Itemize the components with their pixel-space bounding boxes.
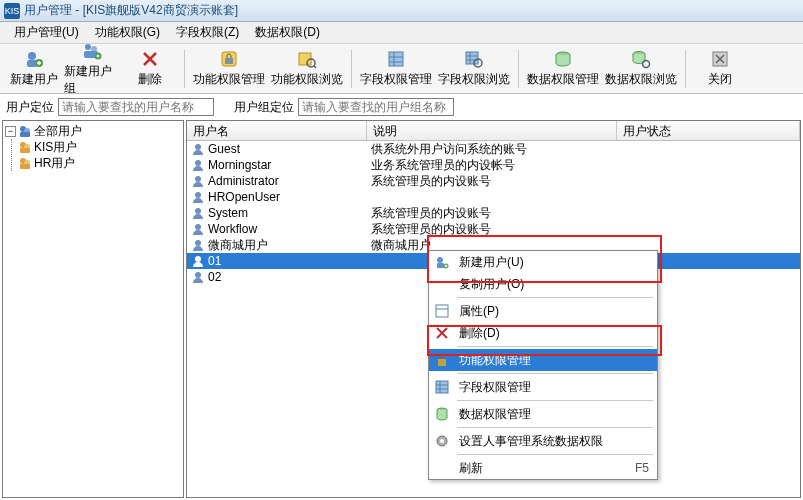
svg-rect-41 xyxy=(436,381,448,393)
menu-item-new-user[interactable]: 新建用户(U) xyxy=(429,251,657,273)
menu-item-label: 刷新 xyxy=(459,460,483,477)
menubar: 用户管理(U) 功能权限(G) 字段权限(Z) 数据权限(D) xyxy=(0,22,803,44)
lock-icon xyxy=(433,351,451,369)
cell-username: System xyxy=(208,206,248,220)
svg-rect-39 xyxy=(436,305,448,317)
toolbar-field-perm-button[interactable]: 字段权限管理 xyxy=(358,46,434,92)
data-perm-icon xyxy=(553,49,573,69)
svg-rect-12 xyxy=(466,52,478,64)
menu-separator xyxy=(457,427,653,428)
toolbar-delete-button[interactable]: 删除 xyxy=(122,46,178,92)
table-row[interactable]: HROpenUser xyxy=(187,189,800,205)
grid-sm-icon xyxy=(433,378,451,396)
new-user-icon xyxy=(24,49,44,69)
toolbar-func-perm-button[interactable]: 功能权限管理 xyxy=(191,46,267,92)
toolbar-separator xyxy=(351,50,352,88)
tree-item-hr[interactable]: HR用户 xyxy=(18,155,181,171)
menu-field-perm[interactable]: 字段权限(Z) xyxy=(168,22,247,43)
menu-item-refresh[interactable]: 刷新F5 xyxy=(429,457,657,479)
tree-root[interactable]: − 全部用户 xyxy=(5,123,181,139)
svg-point-28 xyxy=(195,160,201,166)
gear-sm-icon xyxy=(433,432,451,450)
toolbar-label: 字段权限浏览 xyxy=(438,71,510,88)
cell-username: 01 xyxy=(208,254,221,268)
toolbar-func-perm-browse-button[interactable]: 功能权限浏览 xyxy=(269,46,345,92)
main-area: − 全部用户 KIS用户 HR用户 用户名 说明 xyxy=(0,120,803,500)
del-sm-icon xyxy=(433,324,451,342)
svg-point-31 xyxy=(195,208,201,214)
data-perm-browse-icon xyxy=(631,49,651,69)
table-row[interactable]: Morningstar业务系统管理员的内设帐号 xyxy=(187,157,800,173)
menu-item-label: 属性(P) xyxy=(459,303,499,320)
cell-desc: 系统管理员的内设账号 xyxy=(367,205,617,222)
user-locate-label: 用户定位 xyxy=(6,99,54,116)
menu-separator xyxy=(457,400,653,401)
tree-root-label: 全部用户 xyxy=(34,123,82,140)
filterbar: 用户定位 用户组定位 xyxy=(0,94,803,120)
cell-username: Morningstar xyxy=(208,158,271,172)
menu-separator xyxy=(457,346,653,347)
toolbar-data-perm-button[interactable]: 数据权限管理 xyxy=(525,46,601,92)
menu-user-manage[interactable]: 用户管理(U) xyxy=(6,22,87,43)
col-header-username[interactable]: 用户名 xyxy=(187,121,367,140)
menu-data-perm[interactable]: 数据权限(D) xyxy=(247,22,328,43)
svg-rect-37 xyxy=(437,263,444,268)
menu-item-hr-data-perm[interactable]: 设置人事管理系统数据权限 xyxy=(429,430,657,452)
menu-item-delete[interactable]: 删除(D) xyxy=(429,322,657,344)
toolbar-separator xyxy=(184,50,185,88)
svg-point-0 xyxy=(28,52,36,60)
user-icon xyxy=(191,158,205,172)
toolbar-label: 删除 xyxy=(138,71,162,88)
toolbar-close-button[interactable]: 关闭 xyxy=(692,46,748,92)
menu-item-field-perm[interactable]: 字段权限管理 xyxy=(429,376,657,398)
menu-separator xyxy=(457,297,653,298)
table-row[interactable]: System系统管理员的内设账号 xyxy=(187,205,800,221)
menu-item-props[interactable]: 属性(P) xyxy=(429,300,657,322)
user-locate-input[interactable] xyxy=(58,98,214,116)
menu-item-label: 新建用户(U) xyxy=(459,254,524,271)
cell-username: Administrator xyxy=(208,174,279,188)
toolbar-separator xyxy=(518,50,519,88)
toolbar-label: 关闭 xyxy=(708,71,732,88)
user-grid: 用户名 说明 用户状态 Guest供系统外用户访问系统的账号Morningsta… xyxy=(186,120,801,498)
col-header-status[interactable]: 用户状态 xyxy=(617,121,800,140)
menu-item-copy-user[interactable]: 复制用户(O) xyxy=(429,273,657,295)
toolbar-label: 功能权限管理 xyxy=(193,71,265,88)
menu-item-func-perm[interactable]: 功能权限管理 xyxy=(429,349,657,371)
table-row[interactable]: Administrator系统管理员的内设账号 xyxy=(187,173,800,189)
menu-item-data-perm[interactable]: 数据权限管理 xyxy=(429,403,657,425)
user-icon xyxy=(191,238,205,252)
toolbar-label: 新建用户 xyxy=(10,71,58,88)
user-icon xyxy=(191,254,205,268)
table-row[interactable]: Guest供系统外用户访问系统的账号 xyxy=(187,141,800,157)
toolbar-field-perm-browse-button[interactable]: 字段权限浏览 xyxy=(436,46,512,92)
col-header-desc[interactable]: 说明 xyxy=(367,121,617,140)
users-icon xyxy=(18,140,32,154)
tree-collapse-icon[interactable]: − xyxy=(5,126,16,137)
menu-separator xyxy=(457,373,653,374)
svg-point-3 xyxy=(85,44,91,50)
cell-desc: 系统管理员的内设账号 xyxy=(367,221,617,238)
svg-point-36 xyxy=(437,257,443,263)
user-icon xyxy=(191,174,205,188)
toolbar-new-group-button[interactable]: 新建用户组 xyxy=(64,46,120,92)
group-locate-label: 用户组定位 xyxy=(234,99,294,116)
field-perm-icon xyxy=(386,49,406,69)
toolbar-new-user-button[interactable]: 新建用户 xyxy=(6,46,62,92)
close-icon xyxy=(710,49,730,69)
cell-username: Guest xyxy=(208,142,240,156)
toolbar-data-perm-browse-button[interactable]: 数据权限浏览 xyxy=(603,46,679,92)
cell-desc: 系统管理员的内设账号 xyxy=(367,173,617,190)
tree-item-kis[interactable]: KIS用户 xyxy=(18,139,181,155)
table-row[interactable]: Workflow系统管理员的内设账号 xyxy=(187,221,800,237)
svg-point-44 xyxy=(440,439,444,443)
svg-rect-11 xyxy=(389,52,403,66)
cell-username: HROpenUser xyxy=(208,190,280,204)
window-title: 用户管理 - [KIS旗舰版V42商贸演示账套] xyxy=(24,2,238,19)
new-sm-icon xyxy=(433,253,451,271)
user-icon xyxy=(191,142,205,156)
menu-shortcut: F5 xyxy=(635,461,649,475)
cell-desc: 业务系统管理员的内设帐号 xyxy=(367,157,617,174)
cell-username: Workflow xyxy=(208,222,257,236)
group-locate-input[interactable] xyxy=(298,98,454,116)
